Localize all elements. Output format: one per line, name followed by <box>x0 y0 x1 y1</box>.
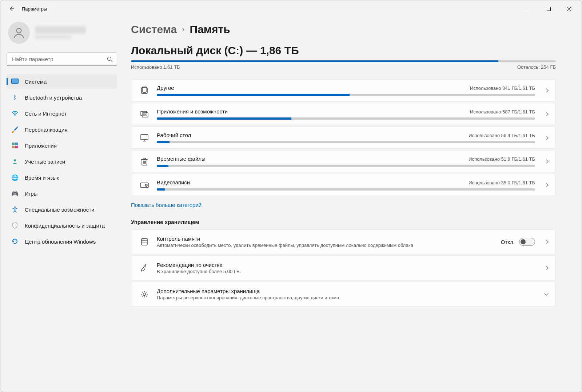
maximize-icon <box>547 7 551 11</box>
category-name: Приложения и возможности <box>157 108 228 115</box>
close-button[interactable] <box>559 1 579 16</box>
profile[interactable] <box>7 22 117 44</box>
gamepad-icon: 🎮 <box>11 189 19 197</box>
search-field[interactable] <box>7 52 117 66</box>
breadcrumb: Система › Память <box>131 23 556 36</box>
nav-windows-update[interactable]: Центр обновления Windows <box>7 234 117 249</box>
storage-sense-card[interactable]: Контроль памяти Автоматически освободить… <box>131 229 556 254</box>
category-usage: Использовано 587 ГБ/1,61 ТБ <box>470 109 535 115</box>
storage-category-card[interactable]: Рабочий столИспользовано 56,4 ГБ/1,61 ТБ <box>131 127 556 149</box>
cleanup-title: Рекомендации по очистке <box>157 262 535 268</box>
person-icon <box>13 27 25 39</box>
accessibility-icon <box>11 205 19 213</box>
profile-email <box>35 35 71 39</box>
nav-accessibility[interactable]: Специальные возможности <box>7 202 117 217</box>
category-usage: Использовано 56,4 ГБ/1,61 ТБ <box>469 133 535 138</box>
disk-free-label: Осталось: 254 ГБ <box>517 64 556 70</box>
nav-bluetooth[interactable]: ᛒBluetooth и устройства <box>7 90 117 105</box>
category-bar <box>157 165 535 167</box>
chevron-right-icon <box>545 88 549 93</box>
storage-sense-icon <box>139 238 150 246</box>
profile-name <box>35 26 86 33</box>
breadcrumb-parent[interactable]: Система <box>131 23 177 36</box>
search-input[interactable] <box>7 52 117 66</box>
chevron-right-icon: › <box>182 25 184 34</box>
back-button[interactable] <box>4 1 19 16</box>
arrow-left-icon <box>9 6 15 12</box>
globe-clock-icon: 🌐 <box>11 173 19 181</box>
svg-rect-26 <box>141 239 147 245</box>
svg-point-2 <box>108 57 111 61</box>
nav-label: Специальные возможности <box>25 207 95 213</box>
chevron-right-icon <box>545 265 549 271</box>
storage-category-list: ДругоеИспользовано 841 ГБ/1,61 ТБПриложе… <box>131 79 556 196</box>
svg-point-31 <box>143 244 143 244</box>
chevron-down-icon <box>544 292 549 296</box>
category-usage: Использовано 51,8 ГБ/1,61 ТБ <box>469 156 535 162</box>
nav-accounts[interactable]: Учетные записи <box>7 154 117 169</box>
category-usage: Использовано 35,0 ГБ/1,61 ТБ <box>469 180 535 185</box>
svg-rect-4 <box>12 79 18 83</box>
advanced-storage-card[interactable]: Дополнительные параметры хранилища Парам… <box>131 282 556 307</box>
nav-network[interactable]: Сеть и Интернет <box>7 106 117 121</box>
chevron-right-icon <box>545 183 549 188</box>
titlebar: Параметры <box>0 0 582 17</box>
nav-label: Учетные записи <box>25 159 65 165</box>
storage-category-card[interactable]: Приложения и возможностиИспользовано 587… <box>131 103 556 125</box>
apps-icon <box>11 141 19 149</box>
nav-gaming[interactable]: 🎮Игры <box>7 186 117 201</box>
disk-usage-bar <box>131 60 556 62</box>
update-icon <box>11 237 19 245</box>
svg-line-32 <box>146 264 148 265</box>
storage-sense-toggle[interactable] <box>519 238 535 246</box>
nav-time-language[interactable]: 🌐Время и язык <box>7 170 117 185</box>
nav-personalization[interactable]: 🖌️Персонализация <box>7 122 117 137</box>
minimize-icon <box>526 7 530 11</box>
advanced-title: Дополнительные параметры хранилища <box>157 288 534 294</box>
wifi-icon <box>11 109 19 117</box>
nav-system[interactable]: Система <box>7 74 117 89</box>
cleanup-desc: В хранилище доступно более 5,00 ГБ. <box>157 269 535 274</box>
svg-rect-15 <box>142 113 148 117</box>
breadcrumb-current: Память <box>190 23 230 36</box>
toggle-state-label: Откл. <box>501 239 515 245</box>
cleanup-recommendations-card[interactable]: Рекомендации по очистке В хранилище дост… <box>131 256 556 280</box>
storage-category-card[interactable]: Временные файлыИспользовано 51,8 ГБ/1,61… <box>131 150 556 172</box>
brush-icon: 🖌️ <box>11 125 19 133</box>
display-icon <box>11 77 19 85</box>
nav-apps[interactable]: Приложения <box>7 138 117 153</box>
nav-label: Bluetooth и устройства <box>25 95 82 101</box>
category-bar <box>157 94 535 96</box>
broom-icon <box>139 264 150 272</box>
close-icon <box>567 7 571 11</box>
maximize-button[interactable] <box>538 1 559 16</box>
svg-rect-6 <box>12 143 15 145</box>
nav-label: Время и язык <box>25 175 59 181</box>
chevron-right-icon <box>545 159 549 164</box>
sidebar: Система ᛒBluetooth и устройства Сеть и И… <box>0 17 124 392</box>
nav-privacy[interactable]: Конфиденциальность и защита <box>7 218 117 233</box>
svg-point-11 <box>14 207 16 208</box>
category-icon <box>139 134 150 142</box>
storage-category-card[interactable]: ВидеозаписиИспользовано 35,0 ГБ/1,61 ТБ <box>131 174 556 196</box>
show-more-categories-link[interactable]: Показать больше категорий <box>131 202 202 208</box>
shield-icon <box>11 221 19 229</box>
svg-point-5 <box>15 115 15 116</box>
category-icon <box>139 157 150 165</box>
nav-label: Конфиденциальность и защита <box>25 223 105 229</box>
storage-category-card[interactable]: ДругоеИспользовано 841 ГБ/1,61 ТБ <box>131 79 556 101</box>
svg-point-30 <box>143 241 143 242</box>
nav-label: Приложения <box>25 143 57 149</box>
minimize-button[interactable] <box>518 1 538 16</box>
nav-label: Сеть и Интернет <box>25 111 67 117</box>
nav-label: Система <box>25 79 47 85</box>
nav-label: Персонализация <box>25 127 68 133</box>
advanced-desc: Параметры резервного копирования, дисков… <box>157 295 534 300</box>
nav-label: Игры <box>25 191 37 197</box>
gear-icon <box>139 290 150 298</box>
svg-point-1 <box>17 28 21 33</box>
svg-rect-8 <box>12 146 15 148</box>
storage-sense-desc: Автоматически освободить место, удалить … <box>157 243 494 248</box>
svg-rect-18 <box>141 135 148 140</box>
category-icon <box>139 87 150 95</box>
